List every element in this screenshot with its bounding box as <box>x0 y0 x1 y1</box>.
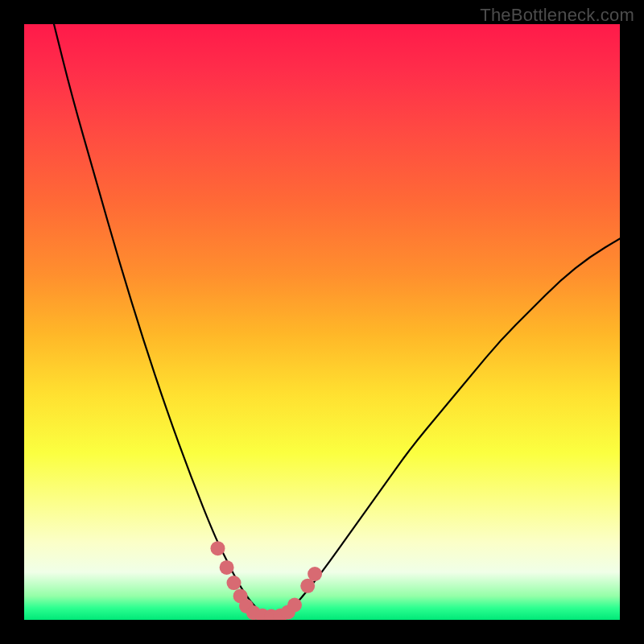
bottom-markers <box>211 541 323 620</box>
bottleneck-curve-path <box>54 24 620 616</box>
plot-area <box>24 24 620 620</box>
curve-marker <box>227 576 242 590</box>
chart-svg <box>24 24 620 620</box>
outer-frame: TheBottleneck.com <box>0 0 644 644</box>
curve-marker <box>308 567 322 581</box>
curve-marker <box>211 541 225 555</box>
watermark-text: TheBottleneck.com <box>480 5 634 26</box>
curve-marker <box>287 598 302 613</box>
curve-marker <box>220 560 234 575</box>
